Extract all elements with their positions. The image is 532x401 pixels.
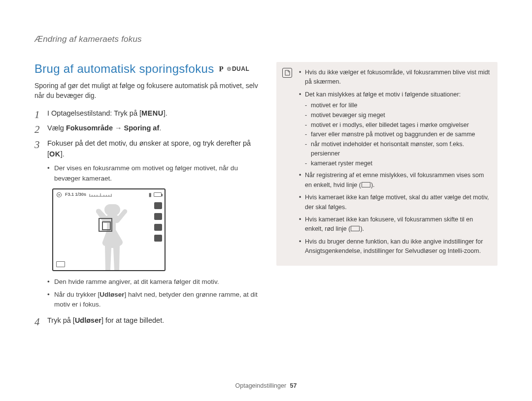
lcd-bottom-left-icon xyxy=(56,261,65,267)
mode-mini-icon xyxy=(56,192,62,198)
lcd-icon-4 xyxy=(154,235,162,242)
ok-key-label: OK xyxy=(49,150,61,158)
situation-1: motivet er for lille xyxy=(305,101,491,110)
breadcrumb: Ændring af kameraets fokus xyxy=(34,34,498,44)
lcd-exposure-text: F3.1 1/30s xyxy=(65,191,86,198)
left-column: Brug af automatisk sporingsfokus P DUAL … xyxy=(34,62,259,330)
red-frame-icon xyxy=(351,226,360,231)
svg-point-3 xyxy=(59,194,60,195)
mode-dual-icon: DUAL xyxy=(227,65,249,72)
info-item-2: Det kan mislykkes at følge et motiv i fø… xyxy=(299,90,491,168)
battery-icon xyxy=(154,192,162,197)
focus-frame-icon xyxy=(99,218,112,232)
person-silhouette-icon xyxy=(87,201,141,270)
situation-6: kameraet ryster meget xyxy=(305,159,491,168)
situation-5: når motivet indeholder et horisontalt mø… xyxy=(305,140,491,158)
info-item-1: Hvis du ikke vælger et fokusområde, vil … xyxy=(299,68,491,87)
step-3: Fokuser på det det motiv, du ønsker at s… xyxy=(34,138,259,310)
lcd-topbar: F3.1 1/30s xyxy=(56,191,162,198)
situation-2: motivet bevæger sig meget xyxy=(305,111,491,120)
step-3-note-2: Den hvide ramme angiver, at dit kamera f… xyxy=(47,277,259,287)
white-frame-icon xyxy=(362,182,370,187)
lcd-icon-3 xyxy=(154,224,162,231)
note-icon xyxy=(282,68,292,78)
info-item-6: Hvis du bruger denne funktion, kan du ik… xyxy=(299,237,491,256)
content-columns: Brug af automatisk sporingsfokus P DUAL … xyxy=(34,62,498,330)
step-3-note-1: Der vises en fokusramme om motivet og fø… xyxy=(47,163,259,184)
step-3-note-3: Når du trykker [Udløser] halvt ned, bety… xyxy=(47,290,259,310)
page-footer: Optageindstillinger 57 xyxy=(0,382,532,389)
step-1: I Optagelsestilstand: Tryk på [MENU]. xyxy=(34,108,259,119)
lcd-icon-2 xyxy=(154,213,162,220)
info-item-3: Når registrering af et emne mislykkes, v… xyxy=(299,171,491,190)
menu-key-label: MENU xyxy=(141,109,164,117)
mode-badges: P DUAL xyxy=(219,65,249,73)
svg-point-1 xyxy=(229,68,230,70)
right-column: Hvis du ikke vælger et fokusområde, vil … xyxy=(276,62,498,266)
footer-page-number: 57 xyxy=(290,382,297,389)
steps-list: I Optagelsestilstand: Tryk på [MENU]. Væ… xyxy=(34,108,259,326)
step-4: Tryk på [Udløser] for at tage billedet. xyxy=(34,315,259,326)
section-title-text: Brug af automatisk sporingsfokus xyxy=(34,62,214,76)
info-box: Hvis du ikke vælger et fokusområde, vil … xyxy=(276,62,498,266)
situation-3: motivet er i modlys, eller billedet tage… xyxy=(305,121,491,130)
info-list: Hvis du ikke vælger et fokusområde, vil … xyxy=(299,68,491,256)
footer-section-label: Optageindstillinger xyxy=(235,382,287,389)
lcd-icon-1 xyxy=(154,202,162,209)
section-title: Brug af automatisk sporingsfokus P DUAL xyxy=(34,62,259,76)
lcd-exposure-scale-icon xyxy=(89,193,112,197)
camera-screen-illustration: F3.1 1/30s xyxy=(52,188,166,271)
lcd-side-icons xyxy=(154,202,162,242)
intro-paragraph: Sporing af gør det muligt at følge og fo… xyxy=(34,81,259,101)
info-item-5: Hvis kameraet ikke kan fokusere, vil fok… xyxy=(299,215,491,234)
step-2: Vælg Fokusområde → Sporing af. xyxy=(34,123,259,133)
step-3-notes: Der vises en fokusramme om motivet og fø… xyxy=(47,163,259,184)
info-situation-list: motivet er for lille motivet bevæger sig… xyxy=(305,101,491,168)
step-3-notes-after: Den hvide ramme angiver, at dit kamera f… xyxy=(47,277,259,310)
info-item-4: Hvis kameraet ikke kan følge motivet, sk… xyxy=(299,193,491,212)
manual-page: Ændring af kameraets fokus Brug af autom… xyxy=(0,0,532,401)
mode-p-icon: P xyxy=(219,65,223,73)
situation-4: farver eller mønstre på motivet og baggr… xyxy=(305,130,491,139)
